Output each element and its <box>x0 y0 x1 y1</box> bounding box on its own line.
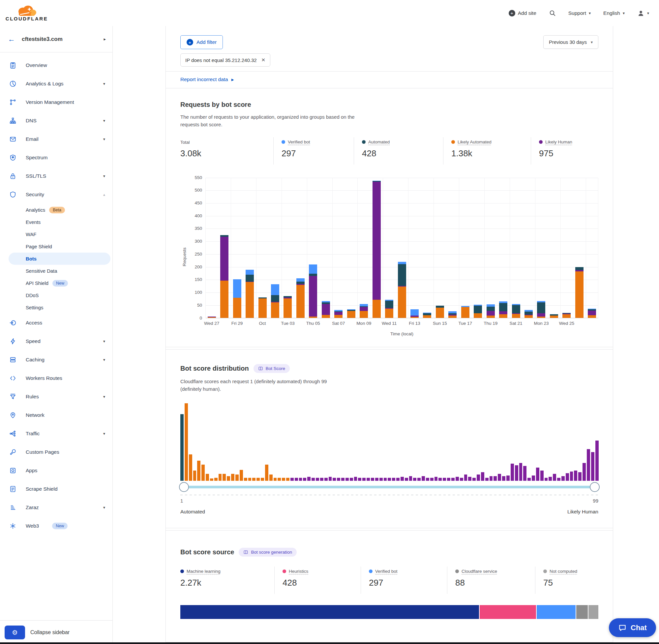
sidebar-item-analytics-logs[interactable]: Analytics & Logs▾ <box>0 74 112 93</box>
sidebar-item-dns[interactable]: DNS▾ <box>0 112 112 130</box>
slider-min-caption: Automated <box>180 509 205 515</box>
sidebar-item-rules[interactable]: Rules▾ <box>0 388 112 406</box>
date-range-dropdown[interactable]: Previous 30 days ▾ <box>543 35 598 49</box>
histogram-bar-score-35 <box>324 478 328 481</box>
sidebar-item-access[interactable]: Access <box>0 314 112 332</box>
chevron-down-icon: ▾ <box>103 431 105 436</box>
slider-max-caption: Likely Human <box>567 509 598 515</box>
sidebar-item-network[interactable]: Network <box>0 406 112 424</box>
score-range-slider[interactable] <box>180 482 598 492</box>
settings-gear-button[interactable]: ⚙ <box>5 625 25 639</box>
sidebar-item-custom-pages[interactable]: Custom Pages <box>0 443 112 461</box>
back-arrow-icon[interactable]: ← <box>8 35 15 44</box>
docs-icon <box>243 550 248 555</box>
gridline <box>332 178 333 318</box>
stat-label: Verified bot <box>375 569 398 574</box>
sidebar-footer: ⚙ Collapse sidebar <box>0 620 112 644</box>
gridline <box>307 178 307 318</box>
support-menu[interactable]: Support ▾ <box>568 10 591 16</box>
traffic-icon <box>9 430 17 437</box>
slider-track[interactable] <box>180 486 598 488</box>
sidebar-item-label: Overview <box>26 62 47 68</box>
chevron-down-icon: ▾ <box>647 11 649 15</box>
histogram-bar-score-20 <box>261 478 264 481</box>
y-tick-label: 150 <box>194 277 202 282</box>
sidebar-item-security[interactable]: Security▴ <box>0 185 112 204</box>
bar-segment-likely-automated <box>322 315 330 318</box>
legend-dot <box>283 570 286 573</box>
bar-segment-verified-bot <box>271 284 279 295</box>
sidebar-item-ddos[interactable]: DDoS <box>0 289 112 301</box>
bar-day-29 <box>562 313 571 318</box>
x-tick-label: Thu 05 <box>306 321 320 326</box>
bar-segment-automated <box>309 274 317 276</box>
slider-handle-min[interactable] <box>179 482 189 492</box>
bot-score-generation-badge[interactable]: Bot score generation <box>239 548 297 557</box>
sidebar-item-analytics[interactable]: AnalyticsBeta <box>0 204 112 216</box>
histogram-bar-score-18 <box>252 478 256 481</box>
sidebar-item-label: Sensitive Data <box>26 269 57 274</box>
account-menu[interactable]: ▾ <box>637 9 649 17</box>
sidebar-item-bots[interactable]: Bots <box>8 253 111 265</box>
bot-score-badge[interactable]: Bot Score <box>254 364 290 373</box>
sidebar-item-page-shield[interactable]: Page Shield <box>0 240 112 253</box>
sidebar-item-label: API Shield <box>26 281 48 286</box>
remove-filter-icon[interactable]: ✕ <box>261 57 266 63</box>
sidebar-item-web3[interactable]: Web3New <box>0 517 112 535</box>
sidebar-item-api-shield[interactable]: API ShieldNew <box>0 277 112 289</box>
sidebar-item-caching[interactable]: Caching▾ <box>0 350 112 369</box>
add-site-button[interactable]: + Add site <box>509 10 536 17</box>
sidebar-item-events[interactable]: Events <box>0 216 112 228</box>
sidebar-item-apps[interactable]: Apps <box>0 461 112 480</box>
sidebar-item-sensitive-data[interactable]: Sensitive Data <box>0 265 112 277</box>
sidebar-item-workers-routes[interactable]: Workers Routes <box>0 369 112 388</box>
bar-segment-automated <box>499 303 508 312</box>
sidebar-item-waf[interactable]: WAF <box>0 228 112 240</box>
workers-icon <box>9 374 17 382</box>
collapse-sidebar-button[interactable]: Collapse sidebar <box>30 629 70 636</box>
legend-dot <box>180 570 184 573</box>
slider-handle-max[interactable] <box>590 482 600 492</box>
bar-segment-likely-human <box>487 311 495 316</box>
bar-segment-likely-automated <box>373 300 381 318</box>
sidebar-item-settings[interactable]: Settings <box>0 301 112 314</box>
sidebar-item-scrape-shield[interactable]: Scrape Shield <box>0 480 112 498</box>
y-tick-label: 300 <box>194 239 202 244</box>
report-incorrect-data-link[interactable]: Report incorrect data ▶ <box>180 76 234 83</box>
gridline <box>205 178 598 178</box>
bar-day-15 <box>385 300 393 318</box>
histogram-bar-score-82 <box>523 466 526 481</box>
bar-day-7 <box>283 296 292 318</box>
sidebar-item-zaraz[interactable]: Zaraz▾ <box>0 498 112 517</box>
sidebar-item-spectrum[interactable]: Spectrum <box>0 148 112 167</box>
chevron-right-icon[interactable]: ▸ <box>103 37 106 42</box>
gridline <box>205 229 598 229</box>
bar-segment-automated <box>398 264 406 286</box>
histogram-bar-score-39 <box>341 478 345 481</box>
search-button[interactable] <box>549 9 556 17</box>
chat-button[interactable]: Chat <box>609 618 656 637</box>
language-menu[interactable]: English ▾ <box>603 10 625 16</box>
zaraz-icon <box>9 504 17 511</box>
sidebar-item-traffic[interactable]: Traffic▾ <box>0 424 112 443</box>
stat-value: 2.27k <box>180 578 274 588</box>
bar-day-9 <box>309 264 317 318</box>
sidebar-item-ssl-tls[interactable]: SSL/TLS▾ <box>0 167 112 185</box>
x-tick-label: Tue 17 <box>458 321 472 326</box>
add-filter-button[interactable]: + Add filter <box>180 35 223 49</box>
sidebar-item-speed[interactable]: Speed▾ <box>0 332 112 350</box>
histogram-bar-score-38 <box>337 478 340 481</box>
chevron-down-icon: ▾ <box>589 11 591 15</box>
site-switcher[interactable]: ← cftestsite3.com ▸ <box>0 26 112 52</box>
histogram-bar-score-58 <box>422 476 425 481</box>
sidebar-item-label: Analytics <box>26 207 45 213</box>
y-tick-label: 50 <box>197 303 202 308</box>
histogram-bar-score-85 <box>536 467 539 481</box>
bar-segment-likely-human <box>309 276 317 316</box>
bot-score-histogram <box>180 403 598 481</box>
distribution-card-title: Bot score distribution <box>180 365 249 372</box>
sidebar-item-email[interactable]: Email▾ <box>0 130 112 148</box>
sidebar-item-version-management[interactable]: Version Management <box>0 93 112 112</box>
sidebar-item-overview[interactable]: Overview <box>0 56 112 74</box>
gridline <box>231 178 231 318</box>
